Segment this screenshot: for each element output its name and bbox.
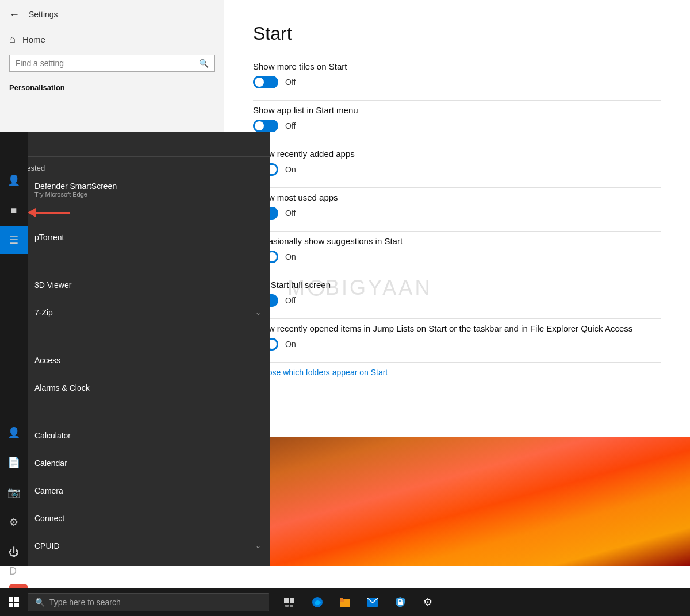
sidebar-icon-user-bottom[interactable]: 👤 (0, 419, 28, 446)
svg-rect-34 (14, 597, 19, 602)
search-input[interactable] (16, 59, 194, 68)
section-letter-d: D (0, 560, 270, 580)
home-icon: ⌂ (9, 33, 16, 45)
app-name-torrent: pTorrent (34, 233, 261, 242)
toggle-value-app-list: Off (285, 121, 296, 130)
settings-titlebar: ← Settings (0, 0, 224, 29)
divider (253, 362, 661, 363)
app-name-3dviewer: 3D Viewer (34, 280, 261, 290)
app-name-calculator: Calculator (34, 431, 261, 440)
back-button[interactable]: ← (9, 9, 20, 21)
setting-row-app-list: Show app list in Start menu Off (253, 105, 661, 132)
file-explorer-icon[interactable] (334, 591, 356, 614)
toggle-row-app-list: Off (253, 120, 661, 132)
chevron-down-icon: ⌄ (255, 309, 261, 317)
page-title: Start (253, 23, 661, 44)
chevron-down-icon: ⌄ (255, 542, 261, 550)
divider (253, 100, 661, 101)
sidebar-icon-person[interactable]: 👤 (0, 167, 28, 194)
toggle-app-list[interactable] (253, 120, 278, 132)
setting-label-most-used: Show most used apps (253, 192, 661, 202)
divider (253, 187, 661, 188)
arrow-head (28, 208, 36, 217)
list-item[interactable]: CPU CPUID ⌄ (0, 532, 270, 560)
wallpaper-preview (224, 437, 690, 566)
setting-row-recent-apps: Show recently added apps On (253, 149, 661, 176)
list-item[interactable]: A Access (0, 346, 270, 374)
main-content-panel: Start Show more tiles on Start Off Show … (224, 0, 690, 437)
arrow-line (36, 212, 70, 214)
edge-taskbar-icon[interactable] (306, 591, 329, 614)
toggle-value-recent-apps: On (285, 165, 296, 174)
list-item[interactable]: 3D Viewer (0, 271, 270, 299)
toggle-value-more-tiles: Off (285, 78, 296, 87)
home-nav-item[interactable]: ⌂ Home (0, 29, 224, 50)
svg-rect-44 (340, 598, 343, 600)
svg-rect-38 (290, 598, 294, 603)
setting-row-most-used: Show most used apps Off (253, 192, 661, 220)
svg-rect-36 (14, 603, 19, 607)
list-item[interactable]: Defender SmartScreen Try Microsoft Edge (0, 176, 270, 203)
sidebar-icon-tiles[interactable]: ■ (0, 197, 28, 224)
toggle-row-suggestions: On (253, 251, 661, 263)
home-label: Home (22, 34, 45, 44)
divider (253, 318, 661, 319)
setting-label-suggestions: Occasionally show suggestions in Start (253, 236, 661, 246)
app-name-7zip: 7-Zip (34, 308, 248, 317)
security-icon[interactable] (389, 591, 412, 614)
start-sidebar: 👤 ■ ☰ 👤 📄 📷 ⚙ ⏻ (0, 132, 28, 566)
toggle-row-fullscreen: Off (253, 294, 661, 307)
setting-label-more-tiles: Show more tiles on Start (253, 61, 661, 71)
toggle-row-most-used: Off (253, 207, 661, 220)
setting-label-jumplists: Show recently opened items in Jump Lists… (253, 324, 661, 333)
personalisation-label: Personalisation (0, 76, 224, 97)
toggle-row-jumplists: On (253, 338, 661, 351)
list-item[interactable]: Camera (0, 477, 270, 505)
toggle-row-recent-apps: On (253, 163, 661, 176)
list-item[interactable]: μ pTorrent (0, 224, 270, 251)
list-item[interactable]: Alarms & Clock (0, 374, 270, 402)
list-item[interactable]: CAL Calendar (0, 449, 270, 477)
task-view-icon[interactable] (278, 591, 301, 614)
settings-title: Settings (29, 10, 58, 19)
taskbar-icons-group: ⚙ (278, 591, 439, 614)
app-name-cpuid: CPUID (34, 541, 248, 550)
toggle-row-more-tiles: Off (253, 76, 661, 88)
app-name-calendar: Calendar (34, 459, 261, 468)
mail-icon[interactable] (361, 591, 384, 614)
start-button[interactable] (0, 588, 28, 616)
app-subtitle-edge: Try Microsoft Edge (34, 191, 117, 198)
svg-rect-35 (9, 603, 13, 607)
search-icon: 🔍 (199, 59, 209, 68)
list-item[interactable]: 7z 7-Zip ⌄ (0, 299, 270, 326)
list-item[interactable]: Calculator (0, 422, 270, 449)
svg-rect-39 (285, 605, 289, 607)
gear-taskbar-icon[interactable]: ⚙ (416, 591, 439, 614)
sidebar-icon-settings[interactable]: ⚙ (0, 509, 28, 536)
sidebar-icon-list[interactable]: ☰ (0, 226, 28, 254)
divider (253, 231, 661, 232)
app-name-camera: Camera (34, 486, 261, 495)
toggle-knob (255, 78, 264, 87)
red-arrow-indicator (28, 208, 70, 217)
svg-rect-33 (9, 597, 13, 602)
sidebar-icon-document[interactable]: 📄 (0, 449, 28, 476)
sidebar-icon-pictures[interactable]: 📷 (0, 479, 28, 506)
setting-row-more-tiles: Show more tiles on Start Off (253, 61, 661, 88)
find-setting-search[interactable]: 🔍 (9, 55, 215, 72)
taskbar-search-text: Type here to search (49, 598, 121, 607)
setting-row-fullscreen: Use Start full screen Off (253, 280, 661, 307)
section-letter-hash: # (0, 251, 270, 271)
app-name-connect: Connect (34, 514, 261, 523)
list-item[interactable]: Connect (0, 505, 270, 532)
choose-folders-link[interactable]: Choose which folders appear on Start (253, 368, 388, 377)
setting-label-app-list: Show app list in Start menu (253, 105, 661, 115)
sidebar-icon-power[interactable]: ⏻ (0, 538, 28, 566)
start-menu-header: ☰ (0, 132, 270, 157)
setting-label-recent-apps: Show recently added apps (253, 149, 661, 159)
taskbar-search-bar[interactable]: 🔍 Type here to search (28, 593, 269, 611)
toggle-value-fullscreen: Off (285, 296, 296, 305)
toggle-value-most-used: Off (285, 209, 296, 218)
toggle-more-tiles[interactable] (253, 76, 278, 88)
divider (253, 275, 661, 275)
